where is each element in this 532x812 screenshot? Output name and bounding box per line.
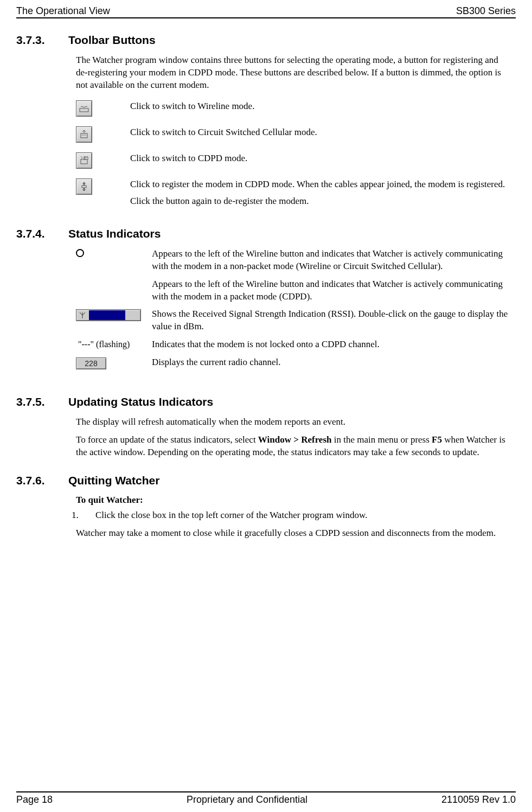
desc: Click to switch to Circuit Switched Cell… <box>130 126 516 139</box>
step-num: 1. <box>84 509 95 522</box>
step-text: Click the close box in the top left corn… <box>95 510 367 520</box>
svg-point-4 <box>84 135 85 136</box>
wireline-icon <box>76 100 92 117</box>
csc-icon <box>76 126 92 143</box>
svg-point-5 <box>85 135 86 136</box>
icon-cell <box>76 126 130 143</box>
rssi-fill <box>89 310 125 320</box>
status-desc: Appears to the left of the Wireline butt… <box>152 248 516 273</box>
svg-point-3 <box>82 135 83 136</box>
toolbar-row-register: Click to register the modem in CDPD mode… <box>76 178 516 212</box>
status-desc: Displays the current radio channel. <box>152 356 516 369</box>
status-indicators-table: Appears to the left of the Wireline butt… <box>76 248 516 370</box>
status-row-rssi: Shows the Received Signal Strength Indic… <box>76 308 516 333</box>
desc: Click to switch to Wireline mode. <box>130 100 516 113</box>
toolbar-buttons-table: Click to switch to Wireline mode. Click … <box>76 100 516 212</box>
channel-display: 228 <box>76 357 106 369</box>
status-icon-cell: 228 <box>76 356 152 369</box>
intro-3-7-3: The Watcher program window contains thre… <box>76 54 516 92</box>
page-footer: Page 18 Proprietary and Confidential 211… <box>16 791 516 805</box>
status-icon-cell: "---" (flashing) <box>76 338 152 349</box>
status-row-packet: Appears to the left of the Wireline butt… <box>76 278 516 303</box>
step-1: 1.Click the close box in the top left co… <box>76 509 516 522</box>
p-375-2: To force an update of the status indicat… <box>76 434 516 459</box>
rssi-gauge <box>76 309 141 321</box>
heading-3-7-4: 3.7.4. Status Indicators <box>16 227 516 240</box>
flashing-label: "---" (flashing) <box>76 340 130 349</box>
status-row-circle: Appears to the left of the Wireline butt… <box>76 248 516 273</box>
svg-rect-6 <box>81 159 87 164</box>
heading-title: Toolbar Buttons <box>68 34 156 47</box>
header-left: The Operational View <box>16 5 110 17</box>
status-icon-cell <box>76 308 152 321</box>
footer-right: 2110059 Rev 1.0 <box>441 794 516 805</box>
subhead-quit: To quit Watcher: <box>76 495 516 506</box>
status-desc: Indicates that the modem is not locked o… <box>152 338 516 351</box>
heading-3-7-3: 3.7.3. Toolbar Buttons <box>16 34 516 47</box>
circle-icon <box>76 249 84 257</box>
register-icon <box>76 178 92 195</box>
heading-title: Updating Status Indicators <box>68 395 213 408</box>
desc: Click to register the modem in CDPD mode… <box>130 178 516 212</box>
toolbar-row-csc: Click to switch to Circuit Switched Cell… <box>76 126 516 143</box>
p-375-1: The display will refresh automatically w… <box>76 416 516 429</box>
heading-3-7-6: 3.7.6. Quitting Watcher <box>16 474 516 487</box>
status-desc: Shows the Received Signal Strength Indic… <box>152 308 516 333</box>
desc-line: Click to register the modem in CDPD mode… <box>130 178 510 191</box>
menu-path: Window > Refresh <box>258 434 332 445</box>
heading-num: 3.7.3. <box>16 34 68 47</box>
svg-rect-1 <box>81 133 87 138</box>
icon-cell <box>76 178 130 195</box>
svg-rect-9 <box>82 186 86 188</box>
p-376-1: Watcher may take a moment to close while… <box>76 527 516 540</box>
heading-title: Status Indicators <box>68 227 161 240</box>
toolbar-row-cdpd: Click to switch to CDPD mode. <box>76 152 516 169</box>
heading-num: 3.7.4. <box>16 227 68 240</box>
heading-num: 3.7.6. <box>16 474 68 487</box>
icon-cell <box>76 152 130 169</box>
status-desc: Appears to the left of the Wireline butt… <box>152 278 516 303</box>
heading-3-7-5: 3.7.5. Updating Status Indicators <box>16 395 516 408</box>
cdpd-icon <box>76 152 92 169</box>
desc: Click to switch to CDPD mode. <box>130 152 516 165</box>
antenna-icon <box>76 310 88 321</box>
footer-center: Proprietary and Confidential <box>187 794 307 805</box>
page-header: The Operational View SB300 Series <box>16 0 516 18</box>
header-right: SB300 Series <box>456 5 516 17</box>
heading-title: Quitting Watcher <box>68 474 159 487</box>
desc-line2: Click the button again to de-register th… <box>130 195 510 208</box>
footer-left: Page 18 <box>16 794 53 805</box>
text: in the main menu or press <box>332 434 432 445</box>
icon-cell <box>76 100 130 117</box>
toolbar-row-wireline: Click to switch to Wireline mode. <box>76 100 516 117</box>
svg-rect-0 <box>80 108 88 112</box>
text: To force an update of the status indicat… <box>76 434 258 445</box>
status-row-channel: 228 Displays the current radio channel. <box>76 356 516 369</box>
status-row-flashing: "---" (flashing) Indicates that the mode… <box>76 338 516 351</box>
key-f5: F5 <box>432 434 442 445</box>
status-icon-cell <box>76 248 152 259</box>
heading-num: 3.7.5. <box>16 395 68 408</box>
status-icon-cell <box>76 278 152 279</box>
